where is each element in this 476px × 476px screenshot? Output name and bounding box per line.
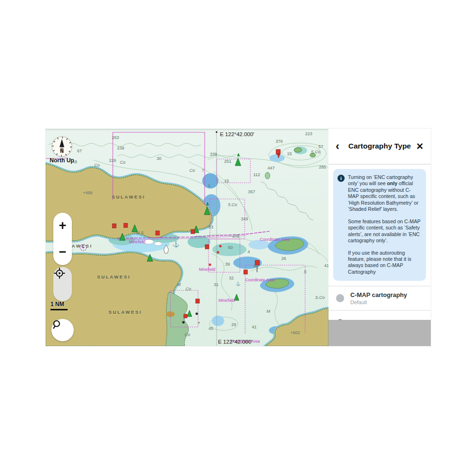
- depth-sounding: M: [177, 282, 181, 287]
- depth-sounding: S.Co: [315, 295, 325, 300]
- depth-sounding: Co: [94, 163, 100, 168]
- depth-sounding: 31: [214, 282, 218, 287]
- depth-sounding: Co: [120, 160, 126, 165]
- info-text: Turning on ‘ENC cartography only’ you wi…: [348, 174, 421, 275]
- info-bold-only: only: [387, 180, 397, 186]
- track-label: M S: [136, 230, 144, 235]
- depth-sounding: 263: [112, 135, 119, 140]
- depth-sounding: 60: [254, 264, 258, 268]
- search-button[interactable]: [51, 319, 74, 341]
- depth-sounding: +602: [290, 330, 300, 335]
- meridian-label-top: E 122°42.000': [220, 131, 254, 137]
- depth-sounding: 15: [287, 151, 292, 156]
- depth-sounding: 1: [208, 183, 210, 188]
- info-paragraph-1: Turning on ‘ENC cartography only’ you wi…: [348, 174, 421, 213]
- depth-sounding: M: [267, 309, 270, 314]
- depth-sounding: 29: [231, 322, 236, 327]
- depth-sounding: 5.Co: [228, 202, 237, 207]
- svg-text:＋: ＋: [197, 320, 201, 325]
- zoom-controls: + −: [53, 213, 72, 265]
- depth-sounding: Co: [186, 287, 191, 291]
- nautical-chart-map[interactable]: ✱✱＋ ⚓ ⚓ 67 239 263 226 48 30 7 339 251: [46, 129, 328, 346]
- depth-sounding: 349: [241, 217, 248, 221]
- minefield-label: Minefield: [218, 298, 235, 303]
- depth-sounding: 45: [208, 326, 213, 331]
- option-cmap-sublabel: Default: [350, 299, 407, 306]
- scale-label: 1 NM: [50, 301, 64, 307]
- depth-sounding: 7: [202, 168, 204, 173]
- depth-sounding: 57: [318, 144, 323, 149]
- depth-sounding: 41: [252, 325, 257, 329]
- meridian-label-bottom: E 122°42.000': [218, 339, 252, 345]
- info-paragraph-2: Some features based on C-MAP specific co…: [348, 218, 421, 244]
- chartplotter-screen: ✱✱＋ ⚓ ⚓ 67 239 263 226 48 30 7 339 251: [46, 129, 431, 346]
- panel-footer-gray: [328, 320, 431, 346]
- coordinate-area-label: Coordinate Area: [245, 278, 275, 282]
- depth-sounding: 226: [109, 158, 116, 163]
- depth-sounding: 15: [224, 178, 229, 183]
- depth-sounding: +499: [83, 190, 92, 195]
- depth-sounding: 251: [224, 159, 231, 164]
- coordinate-area-label: Coordinate Area: [260, 237, 289, 242]
- depth-sounding: 376: [276, 139, 283, 144]
- gps-target-icon: [53, 267, 66, 279]
- depth-sounding: 67: [77, 149, 82, 153]
- depth-sounding: 4: [248, 249, 250, 254]
- info-box: i Turning on ‘ENC cartography only’ you …: [333, 169, 426, 281]
- scale-bar: [50, 309, 68, 310]
- back-button[interactable]: ‹: [336, 140, 346, 152]
- depth-sounding: 339: [210, 152, 217, 157]
- depth-sounding: 26: [281, 256, 286, 261]
- depth-sounding: S: [304, 269, 307, 274]
- compass-n-label: N: [60, 148, 64, 154]
- orientation-label: North Up: [49, 157, 75, 164]
- locate-button[interactable]: [53, 267, 72, 301]
- map-scale: 1 NM: [50, 301, 68, 310]
- chart-canvas: ✱✱＋ ⚓ ⚓ 67 239 263 226 48 30 7 339 251: [46, 129, 328, 346]
- place-label-sulawesi: SULAWESI: [112, 194, 145, 199]
- close-button[interactable]: ✕: [413, 141, 424, 152]
- info-paragraph-3: If you use the autorouting feature, plea…: [348, 250, 421, 276]
- option-cmap-label: C-MAP cartography: [350, 291, 407, 299]
- anchorage-symbol: ⚓: [172, 240, 179, 248]
- depth-sounding: 239: [117, 146, 124, 150]
- panel-title: Cartography Type: [346, 142, 413, 150]
- radio-unselected[interactable]: [336, 294, 344, 302]
- zoom-out-button[interactable]: −: [53, 239, 72, 265]
- depth-sounding: Co: [185, 332, 190, 337]
- depth-sounding: 39: [225, 262, 230, 267]
- depth-sounding: 83: [208, 225, 213, 229]
- depth-sounding: S.Co: [311, 149, 320, 154]
- panel-header: ‹ Cartography Type ✕: [328, 129, 431, 165]
- svg-text:✱: ✱: [195, 312, 198, 316]
- depth-sounding: 285: [319, 165, 326, 169]
- depth-sounding: 276: [232, 234, 239, 238]
- minefield-label: Minefield: [129, 239, 146, 244]
- svg-text:✱: ✱: [182, 320, 185, 325]
- depth-sounding: 447: [268, 166, 275, 170]
- zoom-in-button[interactable]: +: [53, 213, 72, 239]
- depth-sounding: 30: [157, 156, 161, 161]
- depth-sounding: Co: [189, 168, 195, 173]
- depth-sounding: 112: [253, 172, 260, 177]
- cartography-type-panel: ‹ Cartography Type ✕ i Turning on ‘ENC c…: [328, 129, 431, 346]
- option-cmap-cartography[interactable]: C-MAP cartography Default: [328, 286, 431, 310]
- info-icon: i: [337, 175, 345, 182]
- place-label-sulawesi: SULAWESI: [97, 274, 130, 279]
- compass-rose[interactable]: N: [50, 135, 73, 158]
- minefield-label: Minefield: [199, 267, 216, 272]
- search-icon: [51, 319, 63, 330]
- depth-sounding: 41: [324, 263, 328, 268]
- depth-sounding: 223: [305, 131, 312, 136]
- place-label-sulawesi: SULAWESI: [109, 309, 142, 315]
- depth-sounding: 32: [229, 276, 234, 280]
- svg-text:⚓: ⚓: [236, 281, 240, 286]
- depth-sounding: 357: [248, 189, 255, 194]
- depth-sounding: 50: [228, 245, 233, 250]
- option-cmap-labels: C-MAP cartography Default: [350, 291, 407, 306]
